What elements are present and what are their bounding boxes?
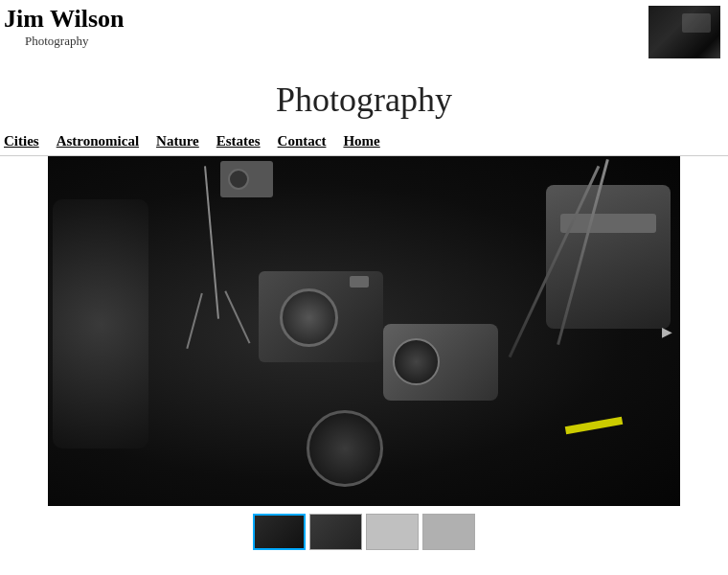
site-subtitle: Photography <box>25 34 124 49</box>
thumbnail-1[interactable] <box>253 514 306 550</box>
navigation-bar: Cities Astronomical Nature Estates Conta… <box>0 129 728 156</box>
site-title-block: Jim Wilson Photography <box>4 6 124 49</box>
nav-item-home[interactable]: Home <box>343 133 379 150</box>
header-thumbnail-image <box>648 6 720 58</box>
play-icon[interactable]: ▶ <box>662 323 672 339</box>
nav-item-contact[interactable]: Contact <box>278 133 327 150</box>
main-image-container: ▶ <box>48 156 680 554</box>
camera-center-decor <box>259 271 383 362</box>
camera-top-decor <box>220 161 273 197</box>
nav-item-astronomical[interactable]: Astronomical <box>57 133 139 150</box>
page-title-container: Photography <box>0 62 728 129</box>
tripod-decor <box>204 166 219 319</box>
yellow-strip-decor <box>565 417 623 434</box>
thumbnail-4[interactable] <box>422 514 475 550</box>
header-thumb-inner <box>648 6 720 58</box>
camera-right-decor <box>383 324 498 401</box>
site-header: Jim Wilson Photography <box>0 0 728 62</box>
thumbnail-strip <box>48 506 680 554</box>
nav-item-nature[interactable]: Nature <box>156 133 199 150</box>
thumbnail-2[interactable] <box>309 514 362 550</box>
nav-item-cities[interactable]: Cities <box>4 133 39 150</box>
lens-bottom-center-decor <box>307 410 383 487</box>
main-photo[interactable]: ▶ <box>48 156 680 506</box>
camera-bag-decor <box>546 185 671 329</box>
photo-scene: ▶ <box>48 156 680 506</box>
lens-left-decor <box>53 199 148 448</box>
site-name: Jim Wilson <box>4 6 124 34</box>
thumbnail-3[interactable] <box>366 514 419 550</box>
page-title: Photography <box>0 80 728 120</box>
nav-item-estates[interactable]: Estates <box>216 133 261 150</box>
